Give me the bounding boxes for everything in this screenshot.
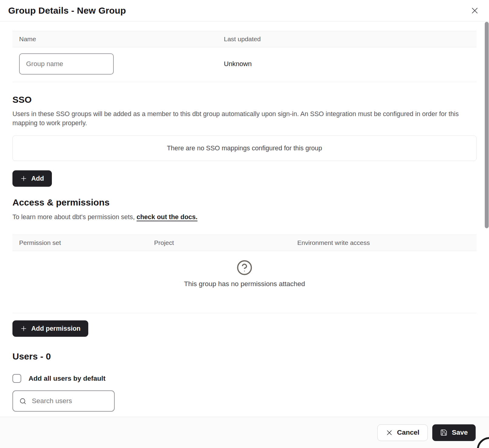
permissions-table-header: Permission set Project Environment write…: [12, 235, 477, 251]
docs-link[interactable]: check out the docs.: [137, 213, 197, 221]
add-sso-mapping-label: Add: [31, 175, 44, 182]
plus-icon: [20, 325, 27, 332]
column-header-permission-set: Permission set: [12, 239, 154, 246]
sso-empty-state: There are no SSO mappings configured for…: [12, 135, 477, 161]
plus-icon: [20, 175, 27, 182]
add-all-users-row: Add all users by default: [12, 374, 477, 383]
cancel-button[interactable]: Cancel: [377, 424, 428, 441]
permissions-empty-message: This group has no permissions attached: [184, 280, 305, 288]
permissions-table: Permission set Project Environment write…: [12, 235, 477, 313]
search-icon: [19, 397, 27, 405]
permissions-empty-state: This group has no permissions attached: [12, 251, 477, 313]
sso-heading: SSO: [12, 94, 477, 106]
add-permission-label: Add permission: [31, 325, 80, 333]
sso-empty-message: There are no SSO mappings configured for…: [167, 145, 322, 152]
group-name-table: Name Last updated Unknown: [12, 31, 477, 82]
column-header-name: Name: [12, 35, 224, 43]
add-all-users-label: Add all users by default: [29, 375, 106, 383]
column-header-environment-write-access: Environment write access: [297, 239, 477, 246]
save-button[interactable]: Save: [432, 424, 476, 441]
cancel-x-icon: [386, 429, 393, 436]
column-header-last-updated: Last updated: [224, 35, 477, 43]
cancel-label: Cancel: [397, 429, 420, 436]
save-label: Save: [452, 429, 468, 436]
modal-header: Group Details - New Group: [0, 0, 489, 22]
users-heading: Users - 0: [12, 350, 477, 363]
close-icon: [470, 6, 479, 15]
last-updated-value: Unknown: [224, 60, 477, 68]
group-details-modal: Group Details - New Group Name Last upda…: [0, 0, 489, 448]
column-header-project: Project: [154, 239, 297, 246]
add-permission-button[interactable]: Add permission: [12, 320, 88, 337]
group-name-table-header: Name Last updated: [12, 31, 477, 47]
modal-content: Name Last updated Unknown SSO Users in t…: [0, 22, 489, 417]
vertical-scrollbar[interactable]: [485, 22, 489, 228]
add-all-users-checkbox[interactable]: [12, 374, 21, 383]
close-button[interactable]: [470, 6, 479, 15]
sso-description: Users in these SSO groups will be added …: [12, 109, 464, 128]
add-sso-mapping-button[interactable]: Add: [12, 170, 52, 187]
group-name-row: Unknown: [12, 47, 477, 82]
permissions-description-text: To learn more about dbt's permission set…: [12, 213, 137, 221]
permissions-description: To learn more about dbt's permission set…: [12, 213, 477, 221]
modal-footer: Cancel Save: [0, 417, 489, 448]
search-users-input[interactable]: [31, 397, 111, 405]
question-mark-circle-icon: [236, 259, 253, 276]
search-users-field[interactable]: [12, 390, 115, 412]
access-permissions-heading: Access & permissions: [12, 196, 477, 209]
modal-title: Group Details - New Group: [8, 5, 126, 16]
save-floppy-icon: [440, 429, 447, 436]
group-name-input[interactable]: [19, 53, 114, 75]
